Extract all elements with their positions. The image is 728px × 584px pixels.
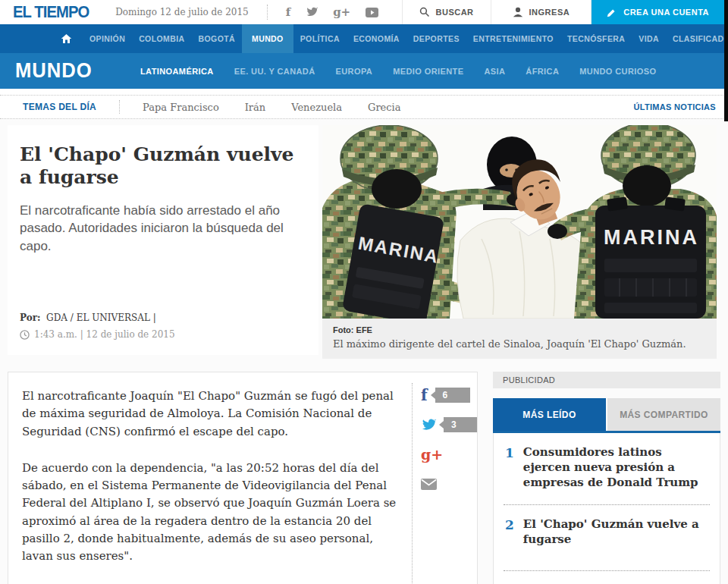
nav-bogota[interactable]: BOGOTÁ <box>192 24 242 53</box>
section-title: MUNDO <box>15 59 93 83</box>
subnav-africa[interactable]: ÁFRICA <box>526 67 559 76</box>
youtube-icon[interactable] <box>366 8 378 17</box>
tab-mas-leido[interactable]: MÁS LEÍDO <box>493 398 606 431</box>
paragraph: El narcotraficante Joaquín "El Chapo" Gu… <box>22 388 401 441</box>
twitter-count-badge: 3 <box>444 417 477 432</box>
article-title: El 'Chapo' Guzmán vuelve a fugarse <box>20 143 299 188</box>
article-photo-block: MARINA <box>322 125 717 359</box>
topics-label: TEMAS DEL DÍA <box>23 102 96 112</box>
twitter-icon[interactable] <box>306 7 318 17</box>
main-nav: OPINIÓN COLOMBIA BOGOTÁ MUNDO POLÍTICA E… <box>0 24 728 53</box>
most-read-item-1[interactable]: 1 Consumidores latinos ejercen nueva pre… <box>504 433 710 505</box>
signup-label: CREA UNA CUENTA <box>623 8 709 17</box>
login-button[interactable]: INGRESA <box>491 0 592 24</box>
section-nav: LATINOAMÉRICA EE. UU. Y CANADÁ EUROPA ME… <box>140 67 656 76</box>
topic-venezuela[interactable]: Venezuela <box>291 102 342 113</box>
topic-iran[interactable]: Irán <box>245 102 265 113</box>
nav-clasificados[interactable]: CLASIFICADOS <box>666 24 728 53</box>
subnav-mundo-curioso[interactable]: MUNDO CURIOSO <box>579 67 656 76</box>
subnav-europa[interactable]: EUROPA <box>336 67 373 76</box>
pencil-icon <box>607 8 617 17</box>
topic-papa-francisco[interactable]: Papa Francisco <box>143 102 219 113</box>
nav-deportes[interactable]: DEPORTES <box>406 24 466 53</box>
nav-vida[interactable]: VIDA <box>632 24 666 53</box>
search-button[interactable]: BUSCAR <box>402 0 491 24</box>
latest-news-link[interactable]: ÚLTIMAS NOTICIAS <box>634 102 716 111</box>
share-twitter-button[interactable] <box>421 419 436 432</box>
publish-time: 1:43 a.m. | 12 de julio de 2015 <box>34 329 175 340</box>
nav-politica[interactable]: POLÍTICA <box>293 24 347 53</box>
facebook-icon[interactable]: f <box>286 5 290 19</box>
nav-entretenimiento[interactable]: ENTRETENIMIENTO <box>466 24 560 53</box>
most-read-item-2[interactable]: 2 El 'Chapo' Guzmán vuelve a fugarse <box>504 505 710 571</box>
share-column: f 6 3 g+ <box>412 383 477 584</box>
search-label: BUSCAR <box>436 8 474 17</box>
item-title: El 'Chapo' Guzmán vuelve a fugarse <box>523 517 708 548</box>
divider <box>267 5 268 20</box>
share-email-button[interactable] <box>421 479 437 490</box>
facebook-count-badge: 6 <box>435 388 470 403</box>
home-button[interactable] <box>61 24 72 53</box>
byline-author: GDA / EL UNIVERSAL | <box>46 312 156 323</box>
article-body-card: El narcotraficante Joaquín "El Chapo" Gu… <box>8 372 478 584</box>
spacer <box>0 89 728 95</box>
nav-economia[interactable]: ECONOMÍA <box>347 24 406 53</box>
googleplus-icon[interactable]: g+ <box>333 5 350 19</box>
top-bar-actions: BUSCAR INGRESA CREA UNA CUENTA <box>402 0 728 24</box>
headline-card: El 'Chapo' Guzmán vuelve a fugarse El na… <box>8 125 318 355</box>
search-icon <box>419 7 430 17</box>
current-date: Domingo 12 de julio de 2015 <box>115 7 249 17</box>
el-tiempo-logo[interactable]: EL TIEMPO <box>13 2 89 22</box>
photo-caption-block: Foto: EFE El máximo dirigente del cartel… <box>322 319 717 359</box>
nav-tecnosfera[interactable]: TECNÓSFERA <box>560 24 632 53</box>
paragraph: De acuerdo con la dependencia, "a las 20… <box>22 460 401 566</box>
main-content: El 'Chapo' Guzmán vuelve a fugarse El na… <box>0 125 728 584</box>
login-label: INGRESA <box>529 8 570 17</box>
article-subtitle: El narcotraficante había sido arrestado … <box>20 202 299 255</box>
home-icon <box>61 33 72 44</box>
subnav-eeuu-canada[interactable]: EE. UU. Y CANADÁ <box>234 67 315 76</box>
topic-links: Papa Francisco Irán Venezuela Grecia <box>143 102 400 113</box>
sidebar: PUBLICIDAD MÁS LEÍDO MÁS COMPARTIDO 1 Co… <box>493 372 720 584</box>
top-bar: EL TIEMPO Domingo 12 de julio de 2015 f … <box>0 0 728 24</box>
user-icon <box>513 7 523 17</box>
rank-number: 1 <box>505 445 514 490</box>
subnav-latinoamerica[interactable]: LATINOAMÉRICA <box>140 67 214 76</box>
divider <box>119 100 120 114</box>
rank-number: 2 <box>505 517 514 548</box>
subnav-medio-oriente[interactable]: MEDIO ORIENTE <box>393 67 463 76</box>
nav-mundo[interactable]: MUNDO <box>242 24 293 53</box>
ad-label: PUBLICIDAD <box>493 372 720 388</box>
window-edge-strip <box>724 0 728 121</box>
most-read-list: 1 Consumidores latinos ejercen nueva pre… <box>493 433 720 584</box>
article-text: El narcotraficante Joaquín "El Chapo" Gu… <box>8 372 412 584</box>
nav-colombia[interactable]: COLOMBIA <box>132 24 191 53</box>
item-title: Consumidores latinos ejercen nueva presi… <box>523 445 708 490</box>
nav-opinion[interactable]: OPINIÓN <box>83 24 132 53</box>
topics-bar: TEMAS DEL DÍA Papa Francisco Irán Venezu… <box>0 95 728 119</box>
signup-button[interactable]: CREA UNA CUENTA <box>592 0 724 24</box>
photo-credit-label: Foto: <box>333 325 353 334</box>
article-photo: MARINA <box>322 125 717 319</box>
vest-text-right: MARINA <box>604 226 699 249</box>
photo-caption: El máximo dirigente del cartel de Sinalo… <box>333 338 706 350</box>
byline-block: Por: GDA / EL UNIVERSAL | 1:43 a.m. | 12… <box>20 312 299 340</box>
clock-icon <box>20 330 30 340</box>
subnav-asia[interactable]: ASIA <box>484 67 505 76</box>
byline-label: Por: <box>20 312 40 323</box>
share-googleplus-button[interactable]: g+ <box>421 446 443 463</box>
most-read-item-3[interactable]: 3 En Venezuela empeora el desabastecimie… <box>504 571 710 584</box>
photo-credit: EFE <box>356 325 372 334</box>
sidebar-tabs: MÁS LEÍDO MÁS COMPARTIDO <box>493 398 720 431</box>
section-bar: MUNDO LATINOAMÉRICA EE. UU. Y CANADÁ EUR… <box>0 53 728 89</box>
topic-grecia[interactable]: Grecia <box>368 102 400 113</box>
share-facebook-button[interactable]: f <box>421 386 428 404</box>
tab-mas-compartido[interactable]: MÁS COMPARTIDO <box>607 398 720 431</box>
social-links: f g+ <box>286 0 379 24</box>
